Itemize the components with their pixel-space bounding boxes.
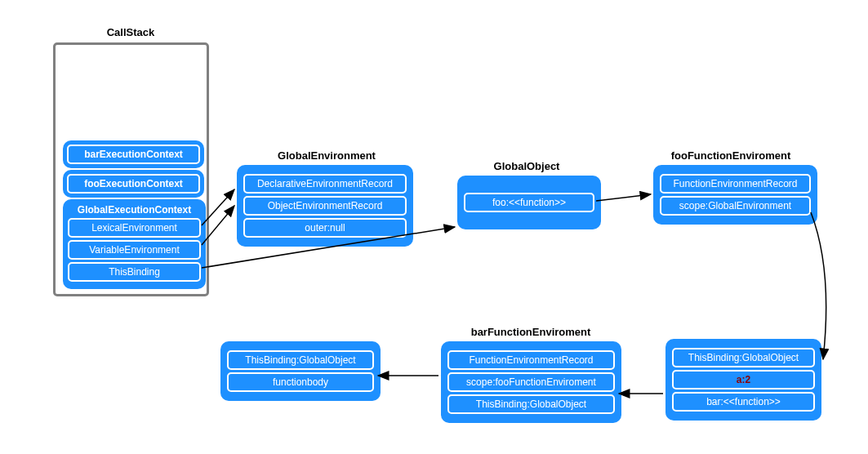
global-env-box: DeclarativeEnvironmentRecord ObjectEnvir… — [237, 165, 413, 247]
decl-env-rec: DeclarativeEnvironmentRecord — [243, 174, 407, 194]
bar-ctx-box: ThisBinding:GlobalObject functionbody — [220, 341, 381, 401]
foo-exec-ctx: fooExecutionContext — [63, 170, 204, 198]
foo-exec-label: fooExecutionContext — [84, 178, 183, 189]
foo-ctx-box: ThisBinding:GlobalObject a:2 bar:<<funct… — [665, 339, 821, 421]
bar-env-box: FunctionEnvironmentRecord scope:fooFunct… — [441, 341, 621, 423]
svg-line-3 — [596, 194, 651, 201]
bar-env-title: barFunctionEnviroment — [461, 326, 600, 338]
foo-this: ThisBinding:GlobalObject — [672, 348, 815, 367]
bar-fn: bar:<<function>> — [672, 392, 815, 412]
foo-scope: scope:GlobalEnvironment — [660, 196, 811, 216]
bar-exec-ctx: barExecutionContext — [63, 140, 204, 168]
global-exec-ctx: GlobalExecutionContext LexicalEnvironmen… — [63, 199, 206, 289]
outer-null: outer:null — [243, 218, 407, 238]
bar-scope: scope:fooFunctionEnviroment — [447, 372, 615, 392]
global-env-title: GlobalEnvironment — [265, 149, 388, 162]
obj-env-rec: ObjectEnvironmentRecord — [243, 196, 407, 216]
a-var: a:2 — [672, 370, 815, 389]
global-exec-title: GlobalExecutionContext — [68, 204, 201, 216]
bar-exec-label: barExecutionContext — [84, 149, 183, 160]
bar-this: ThisBinding:GlobalObject — [447, 394, 615, 414]
foo-fn-env-rec: FunctionEnvironmentRecord — [660, 174, 811, 194]
global-obj-box: foo:<<function>> — [457, 176, 601, 229]
global-obj-title: GlobalObject — [486, 160, 568, 172]
fn-body: functionbody — [227, 372, 374, 392]
foo-fn: foo:<<function>> — [464, 193, 594, 212]
foo-env-box: FunctionEnvironmentRecord scope:GlobalEn… — [653, 165, 817, 225]
bar-ctx-this: ThisBinding:GlobalObject — [227, 350, 374, 370]
foo-env-title: fooFunctionEnviroment — [661, 149, 800, 162]
bar-fn-env-rec: FunctionEnvironmentRecord — [447, 350, 615, 370]
callstack-title: CallStack — [90, 26, 171, 38]
variable-env: VariableEnvironment — [68, 240, 201, 260]
lexical-env: LexicalEnvironment — [68, 218, 201, 238]
this-binding: ThisBinding — [68, 262, 201, 282]
